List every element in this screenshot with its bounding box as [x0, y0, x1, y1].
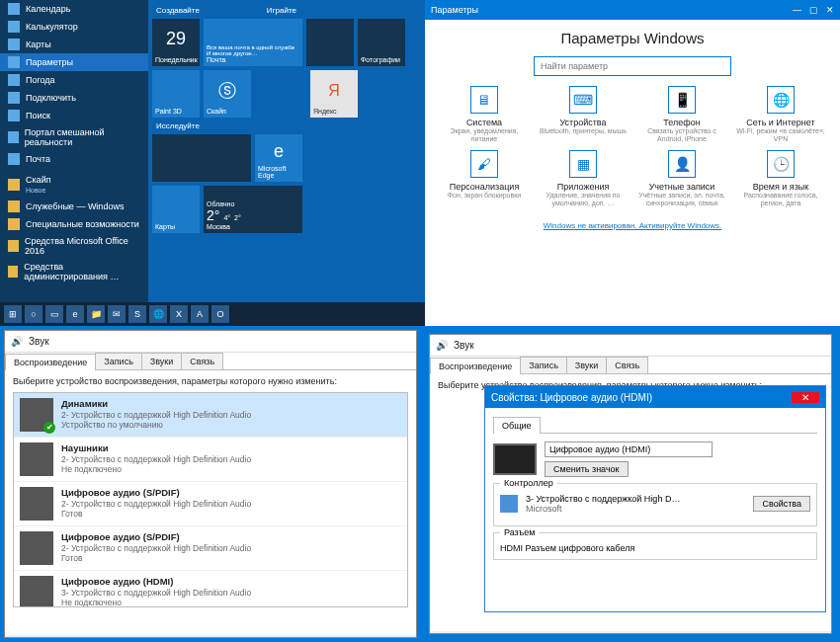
tile-weather[interactable]: Облачно 2° 4° 2° Москва	[204, 186, 302, 233]
sound-tab[interactable]: Звуки	[141, 353, 182, 369]
start-list-item[interactable]: Карты	[0, 36, 148, 53]
start-list-item[interactable]: СкайпНовое	[0, 172, 148, 198]
device-icon	[20, 487, 53, 521]
tile-photos[interactable]: Фотографии	[358, 19, 405, 66]
taskbar-button[interactable]: ○	[25, 305, 42, 323]
settings-titlebar: Параметры — ▢ ✕	[425, 0, 840, 20]
start-list-item[interactable]: Почта	[0, 150, 148, 168]
device-properties-dialog: Свойства: Цифровое аудио (HDMI) ✕ Общие …	[484, 385, 826, 612]
taskbar-button[interactable]: e	[66, 305, 84, 323]
controller-group-label: Контроллер	[500, 478, 557, 488]
start-list-item[interactable]: Параметры	[0, 53, 148, 71]
settings-category[interactable]: ▦ПриложенияУдаление, значения по умолчан…	[536, 150, 630, 206]
tile-calendar[interactable]: 29 Понедельник	[152, 19, 200, 66]
taskbar-button[interactable]: O	[211, 305, 229, 323]
tiles-play-header: Играйте	[267, 6, 296, 15]
start-list-item[interactable]: Средства Microsoft Office 2016	[0, 233, 148, 259]
playback-device-list: Динамики2- Устройство с поддержкой High …	[13, 392, 408, 607]
app-icon	[8, 131, 19, 143]
app-icon	[8, 21, 20, 33]
app-icon	[8, 56, 20, 68]
settings-category[interactable]: 🖌ПерсонализацияФон, экран блокировки	[437, 150, 532, 206]
tile-paint3d[interactable]: Paint 3D	[152, 70, 200, 118]
start-list-item[interactable]: Подключить	[0, 89, 148, 107]
tile-yandex[interactable]: ЯЯндекс	[310, 70, 358, 118]
taskbar-button[interactable]: X	[170, 305, 188, 323]
maximize-icon[interactable]: ▢	[809, 5, 818, 15]
sound-titlebar: 🔊 Звук	[5, 331, 416, 353]
taskbar-button[interactable]: ⊞	[4, 305, 22, 323]
device-icon	[20, 531, 53, 565]
sound-dialog-right: 🔊Звук ВоспроизведениеЗаписьЗвукиСвязь Вы…	[425, 330, 836, 638]
sound-tab[interactable]: Звуки	[566, 357, 607, 373]
sound-tab[interactable]: Связь	[606, 357, 648, 373]
start-list-item[interactable]: Поиск	[0, 107, 148, 124]
audio-device-item[interactable]: Наушники2- Устройство с поддержкой High …	[14, 438, 407, 482]
settings-category[interactable]: 🕒Время и языкРаспознавание голоса, регио…	[733, 150, 828, 206]
app-icon	[8, 3, 20, 15]
taskbar-button[interactable]: ✉	[108, 305, 126, 323]
settings-category[interactable]: 🖥СистемаЭкран, уведомления, питание	[437, 86, 532, 142]
jack-group-label: Разъем	[500, 527, 539, 537]
minimize-icon[interactable]: —	[793, 5, 801, 15]
controller-name: 3- Устройство с поддержкой High D…	[526, 494, 745, 504]
start-list-item[interactable]: Средства администрирования …	[0, 259, 148, 284]
tile-edge[interactable]: eMicrosoft Edge	[255, 134, 302, 182]
device-name-input[interactable]	[545, 441, 713, 457]
app-icon	[8, 39, 20, 50]
tiles-explore-header: Исследуйте	[156, 121, 417, 130]
activate-windows-link[interactable]: Windows не активирован. Активируйте Wind…	[544, 221, 722, 230]
tab-general[interactable]: Общие	[493, 417, 541, 434]
close-icon[interactable]: ✕	[792, 392, 819, 403]
start-menu-screenshot: КалендарьКалькуляторКартыПараметрыПогода…	[0, 0, 425, 326]
start-list-item[interactable]: Погода	[0, 71, 148, 89]
device-icon	[20, 576, 53, 607]
taskbar-button[interactable]: 🌐	[149, 305, 167, 323]
taskbar-button[interactable]: 📁	[87, 305, 105, 323]
audio-device-item[interactable]: Динамики2- Устройство с поддержкой High …	[14, 393, 407, 438]
tile-mail[interactable]: Вся ваша почта в одной службе И многое д…	[204, 19, 302, 66]
close-icon[interactable]: ✕	[826, 5, 834, 15]
category-icon: 👤	[668, 150, 696, 178]
device-icon	[20, 398, 53, 432]
controller-vendor: Microsoft	[526, 504, 745, 514]
audio-device-item[interactable]: Цифровое аудио (S/PDIF)2- Устройство с п…	[14, 482, 407, 526]
settings-category[interactable]: 📱ТелефонСвязать устройство с Android, iP…	[634, 86, 729, 142]
jack-value: HDMI Разъем цифрового кабеля	[500, 543, 810, 553]
sound-tab[interactable]: Запись	[520, 357, 567, 373]
settings-category[interactable]: 👤Учетные записиУчётные записи, эл. почта…	[634, 150, 729, 206]
settings-category[interactable]: 🌐Сеть и ИнтернетWi-Fi, режим «в самолёте…	[733, 86, 828, 142]
start-list-item[interactable]: Портал смешанной реальности	[0, 124, 148, 150]
taskbar-button[interactable]: A	[191, 305, 209, 323]
category-icon: 🖥	[470, 86, 498, 114]
app-icon	[8, 74, 20, 86]
sound-tab[interactable]: Воспроизведение	[5, 354, 96, 370]
speaker-icon: 🔊	[11, 336, 23, 348]
sound-dialog-left: 🔊 Звук ВоспроизведениеЗаписьЗвукиСвязь В…	[4, 330, 417, 638]
tile-game1[interactable]	[306, 19, 354, 66]
taskbar-button[interactable]: ▭	[45, 305, 63, 323]
sound-tab[interactable]: Запись	[95, 353, 142, 369]
folder-icon	[8, 218, 20, 230]
start-tiles: Создавайте Играйте 29 Понедельник Вся ва…	[148, 0, 425, 286]
settings-category[interactable]: ⌨УстройстваBluetooth, принтеры, мышь	[536, 86, 630, 142]
settings-search-input[interactable]	[534, 56, 731, 76]
taskbar-button[interactable]: S	[128, 305, 146, 323]
app-icon	[8, 110, 20, 121]
controller-props-button[interactable]: Свойства	[753, 496, 810, 512]
start-list-item[interactable]: Специальные возможности	[0, 215, 148, 233]
app-icon	[8, 153, 20, 165]
start-app-list: КалендарьКалькуляторКартыПараметрыПогода…	[0, 0, 148, 326]
tile-skype[interactable]: ⓢСкайп	[204, 70, 251, 118]
start-list-item[interactable]: Служебные — Windows	[0, 198, 148, 215]
tile-maps[interactable]: Карты	[152, 186, 200, 233]
sound-tab[interactable]: Связь	[181, 353, 223, 369]
start-list-item[interactable]: Калькулятор	[0, 18, 148, 36]
folder-icon	[8, 201, 20, 212]
start-list-item[interactable]: Календарь	[0, 0, 148, 18]
audio-device-item[interactable]: Цифровое аудио (S/PDIF)2- Устройство с п…	[14, 526, 407, 571]
audio-device-item[interactable]: Цифровое аудио (HDMI)3- Устройство с под…	[14, 571, 407, 607]
change-icon-button[interactable]: Сменить значок	[545, 461, 629, 477]
sound-tab[interactable]: Воспроизведение	[430, 358, 521, 374]
tile-explore-pic[interactable]	[152, 134, 251, 182]
